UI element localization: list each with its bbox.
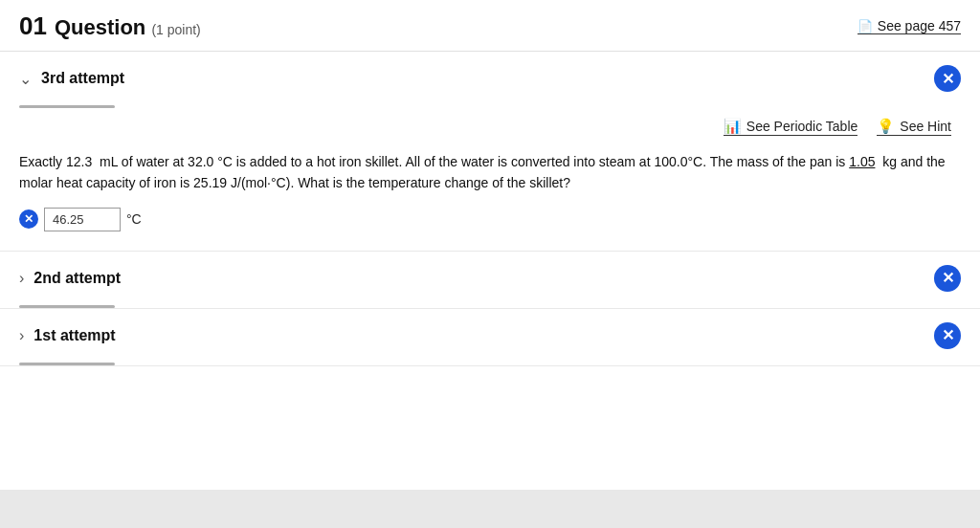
attempts-container: ⌄ 3rd attempt ✕ 📊 See Periodic Table 💡 S… — [0, 52, 980, 366]
question-points: (1 point) — [151, 22, 200, 37]
question-label: Question (1 point) — [55, 15, 201, 40]
page-footer — [0, 490, 980, 528]
attempt-header-3rd[interactable]: ⌄ 3rd attempt ✕ — [0, 52, 980, 105]
clear-input-button[interactable]: ✕ — [19, 209, 38, 229]
question-header: 01 Question (1 point) 📄 See page 457 — [0, 0, 980, 52]
close-button-2nd[interactable]: ✕ — [934, 265, 961, 292]
attempt-header-1st[interactable]: › 1st attempt ✕ — [0, 309, 980, 363]
periodic-table-label: See Periodic Table — [746, 119, 858, 134]
attempt-header-left-1st: › 1st attempt — [19, 327, 116, 344]
see-page-label: See page 457 — [878, 18, 961, 33]
attempt-header-left-3rd: ⌄ 3rd attempt — [19, 70, 124, 88]
attempt-divider-1st — [19, 363, 115, 365]
periodic-table-link[interactable]: 📊 See Periodic Table — [724, 118, 858, 136]
close-button-1st[interactable]: ✕ — [934, 322, 961, 349]
attempt-title-2nd: 2nd attempt — [33, 270, 121, 287]
attempt-header-left-2nd: › 2nd attempt — [19, 270, 121, 287]
underline-value: 1.05 — [849, 154, 875, 169]
question-text: Exactly 12.3 mL of water at 32.0 °C is a… — [19, 151, 961, 194]
question-number: 01 — [19, 11, 47, 41]
chevron-down-icon-3rd: ⌄ — [19, 70, 32, 88]
unit-label: °C — [126, 211, 142, 227]
hint-icon: 💡 — [877, 118, 895, 135]
attempt-divider-2nd — [19, 305, 115, 308]
page-wrapper: 01 Question (1 point) 📄 See page 457 ⌄ 3… — [0, 0, 980, 528]
chevron-right-icon-1st: › — [19, 327, 24, 344]
page-icon: 📄 — [858, 19, 873, 33]
attempt-title-1st: 1st attempt — [33, 327, 115, 344]
hint-label: See Hint — [900, 119, 951, 134]
attempt-content-3rd: 📊 See Periodic Table 💡 See Hint Exactly … — [0, 108, 980, 251]
tools-row: 📊 See Periodic Table 💡 See Hint — [19, 118, 961, 136]
attempt-title-3rd: 3rd attempt — [41, 70, 124, 87]
answer-input[interactable] — [44, 208, 121, 231]
attempt-row-3rd: ⌄ 3rd attempt ✕ 📊 See Periodic Table 💡 S… — [0, 52, 980, 252]
attempt-row-1st: › 1st attempt ✕ — [0, 309, 980, 366]
attempt-row-2nd: › 2nd attempt ✕ — [0, 252, 980, 309]
question-title-group: 01 Question (1 point) — [19, 11, 201, 41]
close-button-3rd[interactable]: ✕ — [934, 65, 961, 92]
chevron-right-icon-2nd: › — [19, 270, 24, 287]
see-page-link[interactable]: 📄 See page 457 — [858, 18, 961, 34]
attempt-header-2nd[interactable]: › 2nd attempt ✕ — [0, 252, 980, 305]
hint-link[interactable]: 💡 See Hint — [877, 118, 951, 136]
periodic-table-icon: 📊 — [724, 118, 742, 135]
answer-row: ✕ °C — [19, 208, 961, 231]
